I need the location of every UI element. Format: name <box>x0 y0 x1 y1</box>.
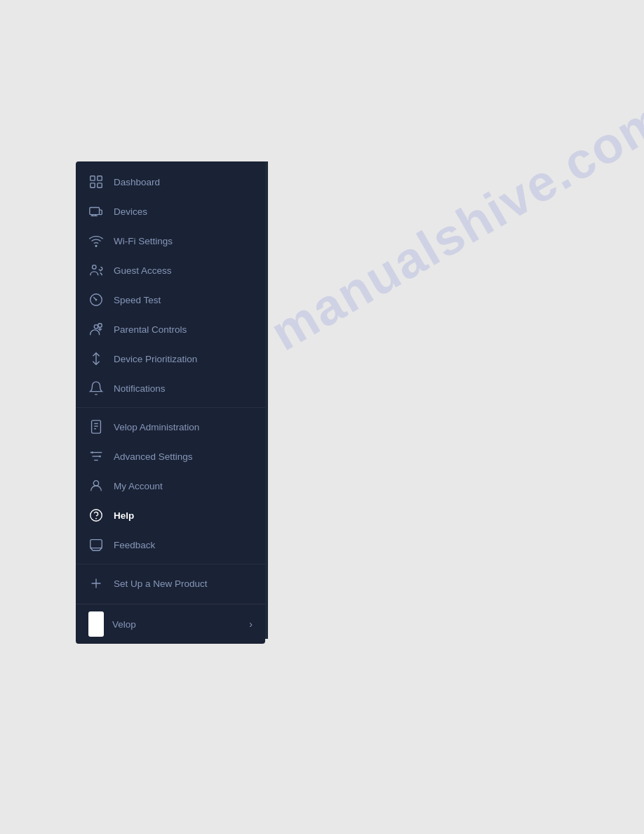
add-icon <box>88 576 104 591</box>
svg-point-24 <box>91 451 93 454</box>
sidebar-footer[interactable]: Velop › <box>76 604 265 644</box>
guest-icon <box>88 263 104 278</box>
sidebar-item-velop-administration[interactable]: Velop Administration <box>76 412 265 442</box>
sidebar-item-setup[interactable]: Set Up a New Product <box>76 569 265 598</box>
nav-list: Dashboard Devices <box>76 161 265 604</box>
sidebar-item-label: Device Prioritization <box>114 354 197 364</box>
svg-point-27 <box>90 510 102 522</box>
sidebar-panel: Dashboard Devices <box>76 161 265 644</box>
footer-device-name: Velop <box>112 619 136 630</box>
svg-rect-29 <box>90 540 102 548</box>
sidebar-item-help[interactable]: Help <box>76 501 265 530</box>
sidebar-item-label: Advanced Settings <box>114 451 193 462</box>
svg-point-8 <box>95 245 97 246</box>
sidebar-item-label: Help <box>114 510 134 521</box>
notifications-icon <box>88 380 104 396</box>
sidebar-item-advanced-settings[interactable]: Advanced Settings <box>76 442 265 471</box>
sidebar-item-speed-test[interactable]: Speed Test <box>76 285 265 315</box>
sidebar-item-label: Velop Administration <box>114 422 199 432</box>
sidebar-item-feedback[interactable]: Feedback <box>76 530 265 560</box>
svg-point-11 <box>95 299 98 301</box>
sidebar-item-guest-access[interactable]: Guest Access <box>76 256 265 285</box>
help-icon <box>88 508 104 523</box>
svg-rect-1 <box>98 176 102 180</box>
sidebar-item-wifi-settings[interactable]: Wi-Fi Settings <box>76 226 265 256</box>
settings-icon <box>88 449 104 464</box>
svg-point-12 <box>94 325 98 329</box>
sidebar-item-notifications[interactable]: Notifications <box>76 373 265 403</box>
wifi-icon <box>88 233 104 249</box>
sidebar-item-parental-controls[interactable]: Parental Controls <box>76 315 265 344</box>
svg-rect-3 <box>98 183 102 187</box>
svg-point-25 <box>99 456 101 458</box>
sidebar-item-devices[interactable]: Devices <box>76 197 265 226</box>
sidebar-item-label: Feedback <box>114 540 155 550</box>
sidebar-item-label: Devices <box>114 206 147 217</box>
sidebar-item-device-prioritization[interactable]: Device Prioritization <box>76 344 265 373</box>
watermark: manualshive.com <box>261 89 644 362</box>
account-icon <box>88 478 104 494</box>
sidebar-item-label: Parental Controls <box>114 324 187 335</box>
nav-divider-1 <box>76 407 265 408</box>
svg-rect-17 <box>92 421 101 433</box>
admin-icon <box>88 419 104 435</box>
parental-icon <box>88 322 104 337</box>
sidebar-item-label: Dashboard <box>114 177 160 187</box>
priority-icon <box>88 351 104 366</box>
svg-rect-2 <box>90 183 95 187</box>
svg-point-9 <box>93 265 97 270</box>
sidebar-item-label: Speed Test <box>114 295 161 305</box>
sidebar-item-label: My Account <box>114 481 163 491</box>
sidebar-item-label: Set Up a New Product <box>114 578 208 589</box>
svg-point-13 <box>98 324 102 328</box>
feedback-icon <box>88 537 104 552</box>
chevron-right-icon: › <box>249 618 253 630</box>
dashboard-icon <box>88 174 104 190</box>
sidebar-item-label: Wi-Fi Settings <box>114 236 173 246</box>
devices-icon <box>88 204 104 219</box>
sidebar-item-label: Guest Access <box>114 265 172 276</box>
svg-rect-0 <box>90 176 95 180</box>
page-wrapper: manualshive.com × Conne... Offline <box>0 0 644 834</box>
sidebar-item-label: Notifications <box>114 383 166 394</box>
svg-point-26 <box>93 481 98 486</box>
sidebar-item-dashboard[interactable]: Dashboard <box>76 167 265 197</box>
svg-rect-4 <box>90 208 100 215</box>
sidebar-item-my-account[interactable]: My Account <box>76 471 265 501</box>
speedtest-icon <box>88 292 104 307</box>
nav-divider-2 <box>76 564 265 564</box>
device-thumbnail <box>88 611 104 637</box>
